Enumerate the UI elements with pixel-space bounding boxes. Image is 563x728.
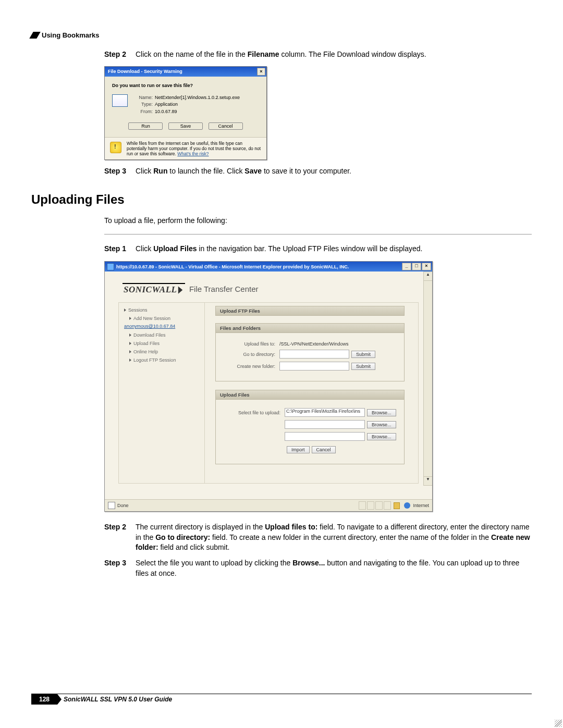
t: Download Files — [133, 332, 166, 338]
upload-files-panel: Select file to upload: C:\Program Files\… — [215, 400, 405, 464]
status-cell — [359, 501, 366, 510]
step2-pre: Click on the name of the file in the — [136, 50, 248, 58]
step2-post: column. The File Download window display… — [279, 50, 426, 58]
ustep3-label: Step 3 — [104, 558, 136, 578]
sidebar-item-download[interactable]: Download Files — [128, 331, 200, 339]
section-upload-ftp: Upload FTP Files — [215, 306, 405, 316]
browse-button-3[interactable]: Browse... — [367, 433, 396, 440]
header-slash-icon — [29, 32, 41, 39]
product-title: File Transfer Center — [189, 285, 259, 293]
save-button[interactable]: Save — [168, 122, 203, 130]
cancel-upload-button[interactable]: Cancel — [312, 446, 336, 453]
triangle-icon — [129, 342, 131, 345]
t: in the navigation bar. The Upload FTP Fi… — [197, 244, 422, 253]
name-label: Name: — [134, 94, 153, 102]
t: Upload Files — [133, 341, 160, 346]
status-internet: Internet — [413, 503, 429, 508]
type-value: Application — [155, 101, 178, 108]
scroll-up-icon[interactable]: ▲ — [424, 272, 432, 281]
globe-icon — [404, 502, 410, 509]
section-upload-files: Upload Files — [215, 390, 405, 400]
triangle-icon — [129, 334, 131, 337]
step2-label: Step 2 — [104, 50, 136, 60]
type-label: Type: — [134, 101, 153, 108]
t: Run — [153, 167, 167, 175]
sidebar-item-upload[interactable]: Upload Files — [128, 339, 200, 348]
step3-label: Step 3 — [104, 166, 136, 177]
whats-the-risk-link[interactable]: What's the risk? — [177, 151, 209, 156]
t: to save it to your computer. — [262, 167, 351, 175]
sidebar-item-help[interactable]: Online Help — [128, 348, 200, 356]
t: Upload files to: — [265, 523, 317, 531]
t: Go to directory: — [155, 533, 210, 541]
cancel-button[interactable]: Cancel — [209, 122, 243, 130]
upload-to-label: Upload files to: — [222, 341, 275, 347]
from-label: From: — [134, 108, 153, 116]
files-folders-panel: Upload files to: /SSL-VPN/NetExtender/Wi… — [215, 333, 405, 381]
ustep1-body: Click Upload Files in the navigation bar… — [136, 244, 532, 254]
page-icon — [108, 502, 115, 509]
file-input-1[interactable]: C:\Program Files\Mozilla Firefox\ins — [285, 408, 365, 417]
close-icon[interactable]: × — [257, 68, 265, 76]
browse-button-2[interactable]: Browse... — [367, 421, 396, 428]
status-done: Done — [117, 503, 129, 508]
ustep1-label: Step 1 — [104, 244, 136, 254]
dialog-info: Name:NetExtender[1].Windows.1.0.2.setup.… — [112, 94, 259, 116]
ustep2-body: The current directory is displayed in th… — [136, 522, 532, 553]
sidebar-item-add-session[interactable]: Add New Session — [128, 314, 200, 323]
t: Logout FTP Session — [133, 357, 176, 363]
dialog-question: Do you want to run or save this file? — [112, 83, 259, 88]
ustep2-row: Step 2 The current directory is displaye… — [104, 522, 532, 553]
footer-text: SonicWALL SSL VPN 5.0 User Guide — [64, 696, 172, 703]
scroll-down-icon[interactable]: ▼ — [424, 476, 432, 486]
window-controls: _ □ × — [402, 263, 431, 270]
t: Select the file you want to upload by cl… — [136, 559, 292, 567]
file-input-3[interactable] — [285, 432, 365, 441]
triangle-icon — [129, 359, 131, 362]
import-button[interactable]: Import — [287, 446, 310, 453]
status-cell — [375, 501, 383, 510]
sidebar-session-link[interactable]: anonymous@10.0.67.84 — [124, 324, 200, 329]
main-panel: Upload FTP Files Files and Folders Uploa… — [205, 303, 410, 483]
run-button[interactable]: Run — [128, 122, 163, 130]
scrollbar[interactable]: ▲ ▼ — [423, 272, 432, 486]
select-file-label: Select file to upload: — [222, 410, 280, 415]
step2-row: Step 2 Click on the name of the file in … — [104, 50, 532, 60]
file-input-2[interactable] — [285, 420, 365, 429]
triangle-icon — [124, 309, 126, 312]
maximize-icon[interactable]: □ — [412, 263, 421, 270]
new-folder-input[interactable] — [279, 362, 349, 371]
warning-bar: While files from the Internet can be use… — [105, 137, 266, 159]
sidebar-item-sessions[interactable]: Sessions — [123, 306, 200, 314]
dialog-titlebar: File Download - Security Warning × — [105, 67, 266, 77]
t: field. To create a new folder in the cur… — [210, 533, 491, 541]
goto-dir-input[interactable] — [279, 350, 349, 359]
t: Browse... — [292, 559, 325, 567]
resize-grip-icon[interactable] — [555, 720, 562, 727]
from-value: 10.0.67.89 — [155, 108, 177, 116]
sidebar-item-logout[interactable]: Logout FTP Session — [128, 356, 200, 364]
browse-button-1[interactable]: Browse... — [367, 409, 396, 416]
newfolder-submit-button[interactable]: Submit — [351, 363, 375, 370]
t: Click — [136, 167, 153, 175]
step2-bold: Filename — [248, 50, 279, 58]
status-cell — [367, 501, 374, 510]
step2-body: Click on the name of the file in the Fil… — [136, 50, 532, 60]
goto-submit-button[interactable]: Submit — [351, 351, 375, 358]
t: Save — [244, 167, 262, 175]
minimize-icon[interactable]: _ — [402, 263, 411, 270]
ustep3-row: Step 3 Select the file you want to uploa… — [104, 558, 532, 578]
header-title: Using Bookmarks — [42, 31, 100, 39]
triangle-icon — [129, 317, 131, 320]
intro-text: To upload a file, perform the following: — [104, 216, 532, 225]
file-download-dialog: File Download - Security Warning × Do yo… — [104, 66, 267, 161]
sonicwall-logo: SONICWALL▶ — [123, 283, 185, 295]
browser-titlebar: https://10.0.67.89 - SonicWALL - Virtual… — [105, 262, 432, 272]
t: Online Help — [133, 349, 158, 354]
close-icon[interactable]: × — [422, 263, 431, 270]
step3-body: Click Run to launch the file. Click Save… — [136, 166, 532, 177]
step3-row: Step 3 Click Run to launch the file. Cli… — [104, 166, 532, 177]
browser-window: https://10.0.67.89 - SonicWALL - Virtual… — [104, 261, 433, 512]
uploading-files-heading: Uploading Files — [31, 192, 532, 207]
browser-title: https://10.0.67.89 - SonicWALL - Virtual… — [116, 264, 349, 269]
